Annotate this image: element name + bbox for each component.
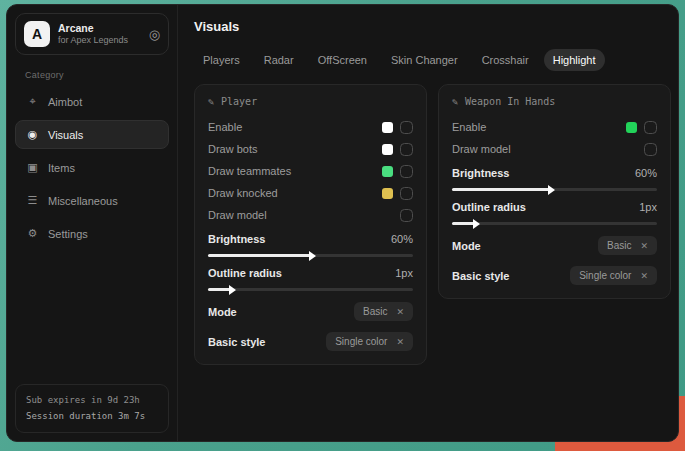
tag-row-label: Basic style — [452, 270, 509, 282]
checkbox[interactable] — [400, 209, 413, 222]
tab-radar[interactable]: Radar — [255, 49, 303, 71]
color-swatch[interactable] — [626, 122, 637, 133]
tag-pill[interactable]: Basic ✕ — [354, 302, 413, 321]
slider-fill — [452, 188, 550, 191]
slider-label: Outline radius — [208, 267, 282, 279]
tag-pill[interactable]: Single color ✕ — [326, 332, 413, 351]
tag-close-icon[interactable]: ✕ — [396, 307, 404, 317]
category-label: Category — [25, 70, 159, 80]
tag-value: Single color — [579, 270, 631, 281]
tab-crosshair[interactable]: Crosshair — [473, 49, 538, 71]
toggle-row: Draw model — [452, 138, 657, 160]
slider-thumb[interactable] — [473, 219, 480, 229]
sidebar-item-label: Settings — [48, 228, 88, 240]
tag-close-icon[interactable]: ✕ — [640, 271, 648, 281]
slider-label: Brightness — [208, 233, 265, 245]
slider-value: 1px — [395, 267, 413, 279]
checkbox[interactable] — [644, 121, 657, 134]
slider-thumb[interactable] — [548, 185, 555, 195]
items-icon: ▣ — [26, 161, 39, 174]
tab-offscreen[interactable]: OffScreen — [309, 49, 376, 71]
session-duration-text: Session duration 3m 7s — [26, 409, 158, 424]
tag-row: Mode Basic ✕ — [208, 302, 413, 321]
toggle-row: Draw bots — [208, 138, 413, 160]
toggle-label: Draw knocked — [208, 187, 278, 199]
slider-track[interactable] — [208, 288, 413, 291]
sidebar-item-items[interactable]: ▣ Items — [15, 153, 169, 182]
tag-close-icon[interactable]: ✕ — [640, 241, 648, 251]
sidebar-item-label: Aimbot — [48, 96, 82, 108]
sidebar-item-settings[interactable]: ⚙ Settings — [15, 219, 169, 248]
checkbox[interactable] — [400, 121, 413, 134]
tag-row: Basic style Single color ✕ — [208, 332, 413, 351]
tag-pill[interactable]: Single color ✕ — [570, 266, 657, 285]
toggle-row: Enable — [208, 116, 413, 138]
tag-row-label: Mode — [452, 240, 481, 252]
main-content: Visuals PlayersRadarOffScreenSkin Change… — [178, 5, 679, 441]
toggle-label: Draw teammates — [208, 165, 291, 177]
color-swatch[interactable] — [382, 166, 393, 177]
tab-players[interactable]: Players — [194, 49, 249, 71]
slider-track[interactable] — [208, 254, 413, 257]
panel-title: Player — [221, 96, 257, 107]
tag-value: Basic — [363, 306, 387, 317]
toggle-label: Enable — [208, 121, 242, 133]
checkbox[interactable] — [400, 187, 413, 200]
tag-row: Mode Basic ✕ — [452, 236, 657, 255]
slider-thumb[interactable] — [229, 285, 236, 295]
slider-row: Outline radius 1px — [208, 267, 413, 291]
tag-row-label: Mode — [208, 306, 237, 318]
color-swatch[interactable] — [382, 188, 393, 199]
slider-value: 60% — [391, 233, 413, 245]
tag-value: Basic — [607, 240, 631, 251]
tab-skin-changer[interactable]: Skin Changer — [382, 49, 467, 71]
slider-track[interactable] — [452, 188, 657, 191]
settings-panel: ✎ Player Enable Draw bots Draw teammates… — [194, 84, 427, 365]
slider-track[interactable] — [452, 222, 657, 225]
toggle-label: Draw bots — [208, 143, 258, 155]
app-subtitle: for Apex Legends — [58, 35, 141, 46]
sidebar-item-label: Miscellaneous — [48, 195, 118, 207]
target-icon[interactable]: ◎ — [149, 28, 160, 41]
slider-value: 60% — [635, 167, 657, 179]
panel-title: Weapon In Hands — [465, 96, 555, 107]
sidebar: A Arcane for Apex Legends ◎ Category ⌖ A… — [7, 5, 178, 441]
app-logo: A — [24, 21, 50, 47]
tab-highlight[interactable]: Highlight — [544, 49, 605, 71]
slider-fill — [452, 222, 475, 225]
tag-close-icon[interactable]: ✕ — [396, 337, 404, 347]
slider-thumb[interactable] — [309, 251, 316, 261]
session-info-box: Sub expires in 9d 23h Session duration 3… — [15, 384, 169, 433]
sidebar-item-label: Visuals — [48, 129, 83, 141]
checkbox[interactable] — [644, 143, 657, 156]
settings-icon: ⚙ — [26, 227, 39, 240]
toggle-label: Draw model — [208, 209, 267, 221]
tag-pill[interactable]: Basic ✕ — [598, 236, 657, 255]
slider-label: Outline radius — [452, 201, 526, 213]
slider-value: 1px — [639, 201, 657, 213]
slider-row: Outline radius 1px — [452, 201, 657, 225]
checkbox[interactable] — [400, 143, 413, 156]
app-window: A Arcane for Apex Legends ◎ Category ⌖ A… — [6, 4, 679, 442]
app-name: Arcane — [58, 22, 141, 35]
sidebar-nav: ⌖ Aimbot ◉ Visuals ▣ Items ☰ Miscellaneo… — [15, 87, 169, 248]
tag-row: Basic style Single color ✕ — [452, 266, 657, 285]
toggle-row: Draw teammates — [208, 160, 413, 182]
miscellaneous-icon: ☰ — [26, 194, 39, 207]
checkbox[interactable] — [400, 165, 413, 178]
wand-icon: ✎ — [208, 96, 214, 107]
sidebar-item-aimbot[interactable]: ⌖ Aimbot — [15, 87, 169, 116]
slider-fill — [208, 288, 231, 291]
wand-icon: ✎ — [452, 96, 458, 107]
toggle-row: Draw model — [208, 204, 413, 226]
sidebar-item-visuals[interactable]: ◉ Visuals — [15, 120, 169, 149]
toggle-row: Draw knocked — [208, 182, 413, 204]
tag-value: Single color — [335, 336, 387, 347]
page-title: Visuals — [194, 19, 671, 34]
sub-expiry-text: Sub expires in 9d 23h — [26, 393, 158, 408]
color-swatch[interactable] — [382, 144, 393, 155]
toggle-row: Enable — [452, 116, 657, 138]
visuals-icon: ◉ — [26, 128, 39, 141]
color-swatch[interactable] — [382, 122, 393, 133]
sidebar-item-miscellaneous[interactable]: ☰ Miscellaneous — [15, 186, 169, 215]
